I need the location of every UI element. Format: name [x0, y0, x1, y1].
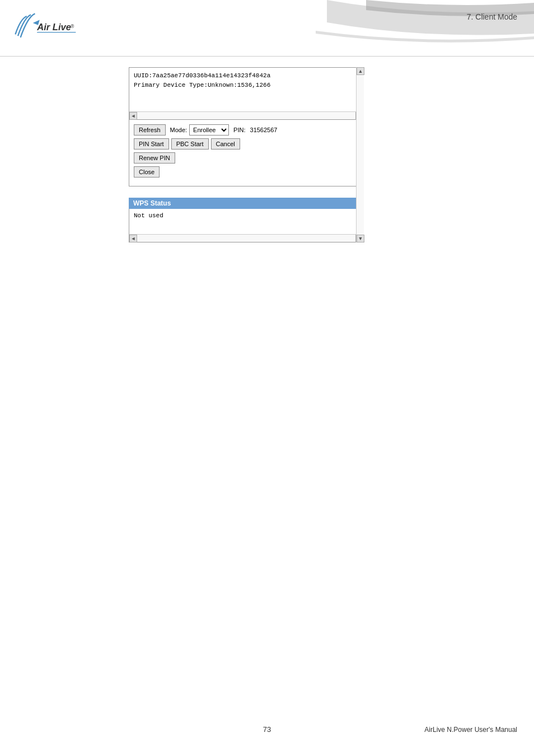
scroll-left-arrow[interactable]: ◄ — [129, 112, 137, 120]
wps-scroll-left[interactable]: ◄ — [129, 235, 137, 242]
pin-value: 31562567 — [250, 127, 278, 133]
info-box-content: UUID:7aa25ae77d0336b4a114e14323f4842a Pr… — [129, 68, 363, 111]
close-button[interactable]: Close — [134, 166, 160, 178]
cancel-button[interactable]: Cancel — [211, 138, 240, 150]
wps-scrollbar-horizontal[interactable]: ◄ ► — [129, 234, 363, 242]
airlive-logo: Air Live ® — [11, 8, 78, 45]
header-decoration — [282, 0, 534, 59]
info-scrollbar-horizontal[interactable]: ◄ ► — [129, 111, 363, 119]
mode-select[interactable]: Enrollee Registrar — [189, 124, 229, 136]
controls-row-1: Refresh Mode: Enrollee Registrar PIN: 31… — [134, 124, 359, 136]
controls-row-3: Renew PIN — [134, 152, 359, 164]
wps-scroll-up[interactable]: ▲ — [357, 67, 364, 75]
pin-start-button[interactable]: PIN Start — [134, 138, 169, 150]
refresh-button[interactable]: Refresh — [134, 124, 166, 136]
wps-status-header: WPS Status — [129, 198, 364, 209]
header-line — [0, 56, 534, 57]
mode-label: Mode: — [170, 127, 188, 133]
wps-scroll-track-v — [357, 75, 364, 235]
wps-status-content: Not used — [129, 209, 363, 234]
header: Air Live ® 7. Client Mode — [0, 0, 534, 62]
controls-row-2: PIN Start PBC Start Cancel — [134, 138, 359, 150]
svg-text:Air Live: Air Live — [36, 22, 71, 32]
wps-scroll-down[interactable]: ▼ — [357, 235, 364, 242]
main-panel: UUID:7aa25ae77d0336b4a114e14323f4842a Pr… — [129, 67, 364, 242]
footer-manual-title: AirLive N.Power User's Manual — [424, 726, 517, 734]
pbc-start-button[interactable]: PBC Start — [171, 138, 209, 150]
renew-pin-button[interactable]: Renew PIN — [134, 152, 175, 164]
logo-area: Air Live ® — [11, 8, 78, 46]
footer: 73 AirLive N.Power User's Manual — [0, 725, 534, 734]
wps-scroll-track-h — [137, 235, 355, 242]
controls-area: Refresh Mode: Enrollee Registrar PIN: 31… — [129, 120, 364, 186]
controls-row-4: Close — [134, 166, 359, 178]
chapter-title: 7. Client Mode — [467, 12, 517, 21]
pin-label: PIN: — [233, 127, 245, 133]
svg-text:®: ® — [71, 24, 74, 29]
scroll-track-h — [137, 112, 355, 119]
wps-scrollbar-vertical[interactable]: ▲ ▼ — [356, 67, 364, 242]
